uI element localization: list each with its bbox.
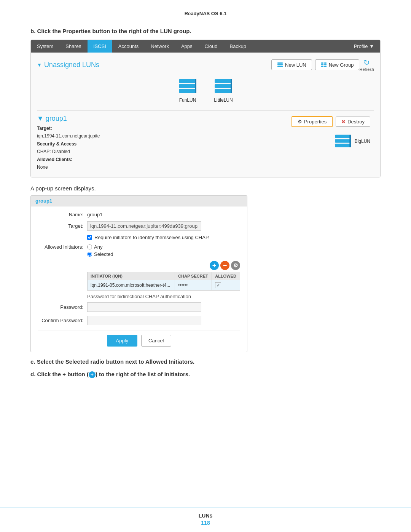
- svg-rect-0: [277, 62, 283, 64]
- svg-rect-16: [231, 79, 232, 93]
- svg-rect-13: [215, 79, 232, 83]
- svg-rect-14: [215, 84, 232, 88]
- password-label: Password:: [38, 304, 87, 310]
- initiator-allowed-cell: ✓: [212, 280, 240, 291]
- nav-apps[interactable]: Apps: [175, 40, 199, 53]
- group-icon: [321, 62, 327, 68]
- col-iqn: INITIATOR (IQN): [88, 272, 175, 280]
- group-lun-biglun: BigLUN: [333, 133, 370, 149]
- apply-button[interactable]: Apply: [107, 335, 138, 347]
- popup-label: A pop-up screen displays.: [30, 185, 381, 192]
- add-initiator-button[interactable]: +: [210, 261, 219, 270]
- nav-backup[interactable]: Backup: [224, 40, 252, 53]
- lun-icon: [277, 62, 283, 68]
- svg-rect-2: [277, 66, 283, 67]
- svg-rect-9: [179, 79, 196, 83]
- svg-rect-15: [215, 89, 232, 93]
- refresh-icon: ↻: [363, 58, 370, 67]
- unassigned-section-header: ▼ Unassigned LUNs New LUN: [37, 59, 359, 70]
- nav-accounts[interactable]: Accounts: [112, 40, 145, 53]
- svg-rect-17: [335, 135, 351, 138]
- svg-rect-4: [321, 64, 323, 66]
- password-note: Password for bidirectional CHAP authenti…: [87, 294, 240, 299]
- radio-selected-item[interactable]: Selected: [87, 251, 113, 257]
- x-icon: ✖: [341, 119, 346, 125]
- group-right-panel: ⚙ Properties ✖ Destroy: [292, 115, 374, 149]
- funlun-icon: [177, 78, 198, 95]
- new-group-button[interactable]: New Group: [315, 59, 360, 70]
- col-allowed: ALLOWED: [212, 272, 240, 280]
- initiators-table: INITIATOR (IQN) CHAP SECRET ALLOWED iqn.…: [87, 272, 240, 291]
- svg-rect-5: [321, 66, 323, 67]
- initiator-iqn-cell: iqn.1991-05.com.microsoft:heather-t4...: [88, 280, 175, 291]
- step-c-label: c. Select the Selected radio button next…: [30, 358, 381, 365]
- col-chap-secret: CHAP SECRET: [175, 272, 212, 280]
- confirm-password-input[interactable]: [87, 316, 201, 325]
- cancel-button[interactable]: Cancel: [141, 335, 171, 347]
- initiators-toolbar: + − ⚙: [87, 261, 240, 270]
- svg-rect-12: [195, 79, 196, 93]
- svg-rect-11: [179, 89, 196, 93]
- name-label: Name:: [38, 212, 87, 217]
- group-info: ▼ group1 Target: iqn.1994-11.com.netgear…: [37, 115, 292, 171]
- initiator-settings-button[interactable]: ⚙: [231, 261, 240, 270]
- target-input[interactable]: [87, 221, 201, 231]
- nav-shares[interactable]: Shares: [59, 40, 87, 53]
- group-section: ▼ group1 Target: iqn.1994-11.com.netgear…: [37, 110, 374, 171]
- nav-cloud[interactable]: Cloud: [199, 40, 224, 53]
- svg-rect-10: [179, 84, 196, 88]
- refresh-label: Refresh: [359, 67, 374, 72]
- gear-icon: ⚙: [298, 119, 302, 125]
- littlelun-icon: [213, 78, 234, 95]
- table-row: iqn.1991-05.com.microsoft:heather-t4... …: [88, 280, 240, 291]
- new-lun-button[interactable]: New LUN: [271, 59, 312, 70]
- nav-system[interactable]: System: [31, 40, 59, 53]
- svg-rect-1: [277, 64, 283, 66]
- group-title: ▼ group1: [37, 115, 292, 123]
- triangle-icon: ▼: [37, 62, 42, 68]
- footer-section: LUNs: [0, 513, 411, 519]
- radio-any-item[interactable]: Any: [87, 244, 113, 250]
- allowed-initiators-label: Allowed Initiators:: [38, 244, 87, 250]
- chap-label: Require initiators to identify themselve…: [94, 235, 210, 240]
- popup-body: Name: group1 Target: Require initiators …: [31, 206, 247, 352]
- nav-iscsi[interactable]: iSCSI: [88, 40, 112, 53]
- svg-rect-8: [324, 66, 327, 67]
- popup-title-bar: group1: [31, 196, 247, 206]
- unassigned-actions: New LUN New Group: [271, 59, 359, 70]
- svg-rect-7: [324, 64, 327, 66]
- target-label: Target:: [38, 223, 87, 229]
- radio-group: Any Selected: [87, 244, 113, 257]
- popup-footer: Apply Cancel: [38, 331, 240, 347]
- refresh-button[interactable]: ↻ Refresh: [359, 58, 374, 72]
- properties-button[interactable]: ⚙ Properties: [292, 116, 333, 127]
- group-triangle-icon: ▼: [37, 115, 44, 123]
- chap-checkbox-row: Require initiators to identify themselve…: [87, 235, 240, 240]
- group-actions: ⚙ Properties ✖ Destroy: [292, 116, 370, 127]
- allowed-check-box: ✓: [215, 282, 221, 288]
- destroy-button[interactable]: ✖ Destroy: [336, 117, 370, 127]
- chap-checkbox[interactable]: [87, 235, 92, 240]
- radio-selected[interactable]: [87, 252, 92, 257]
- svg-rect-19: [335, 144, 351, 147]
- header-title: ReadyNAS OS 6.1: [185, 11, 227, 16]
- name-value: group1: [87, 212, 102, 217]
- initiator-secret-cell: ••••••: [175, 280, 212, 291]
- lun-item-funlun: FunLUN: [177, 78, 198, 103]
- confirm-password-row: Confirm Password:: [38, 316, 240, 325]
- password-input[interactable]: [87, 302, 201, 312]
- unassigned-title: ▼ Unassigned LUNs: [37, 61, 99, 69]
- radio-any[interactable]: [87, 244, 92, 249]
- svg-rect-20: [349, 135, 351, 147]
- step-b-label: b. Click the Properties button to the ri…: [30, 28, 381, 34]
- nas-ui-mockup: System Shares iSCSI Accounts Network App…: [30, 40, 381, 177]
- nav-profile[interactable]: Profile ▼: [348, 40, 380, 53]
- group-header: ▼ group1 Target: iqn.1994-11.com.netgear…: [37, 115, 374, 171]
- nav-network[interactable]: Network: [145, 40, 175, 53]
- svg-rect-3: [321, 62, 323, 64]
- page-footer: LUNs 118: [0, 508, 411, 532]
- nas-navbar: System Shares iSCSI Accounts Network App…: [31, 40, 380, 53]
- footer-page-number: 118: [0, 520, 411, 526]
- svg-rect-18: [335, 139, 351, 143]
- remove-initiator-button[interactable]: −: [220, 261, 229, 270]
